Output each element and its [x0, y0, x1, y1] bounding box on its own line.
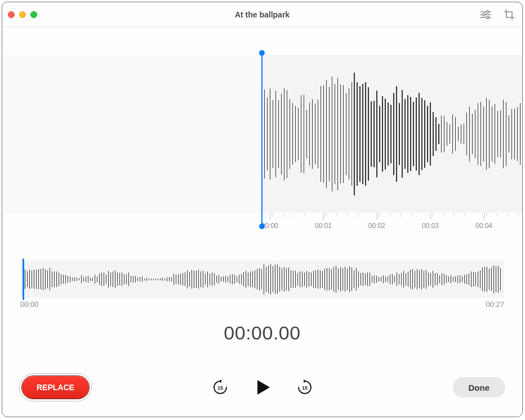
- overview-start-time: 00:00: [20, 300, 39, 309]
- svg-text:15: 15: [217, 385, 223, 391]
- main-waveform: [261, 55, 522, 213]
- svg-text:15: 15: [301, 385, 307, 391]
- overview-end-time: 00:27: [486, 300, 504, 309]
- ruler-tick: 00:02: [368, 213, 385, 230]
- svg-point-5: [487, 16, 489, 18]
- waveform-empty-region: [2, 55, 261, 213]
- minimize-window-button[interactable]: [19, 11, 26, 18]
- app-window: At the ballpark: [2, 2, 523, 417]
- close-window-button[interactable]: [8, 11, 15, 18]
- done-button[interactable]: Done: [453, 377, 506, 397]
- transport-controls: 15 15: [212, 376, 313, 399]
- titlebar: At the ballpark: [2, 2, 522, 27]
- ruler-tick: 00:04: [475, 213, 492, 230]
- overview-playhead[interactable]: [23, 258, 24, 300]
- settings-sliders-icon[interactable]: [478, 8, 493, 21]
- play-button[interactable]: [251, 376, 274, 399]
- zoom-window-button[interactable]: [30, 11, 37, 18]
- ruler-tick: 00:03: [422, 213, 439, 230]
- time-ruler: 00:0000:0100:0200:0300:040: [261, 213, 522, 238]
- ruler-tick: 00:01: [315, 213, 332, 230]
- bottom-toolbar: REPLACE 15 15: [2, 370, 522, 404]
- playhead[interactable]: [261, 53, 262, 226]
- skip-back-15-button[interactable]: 15: [212, 379, 229, 396]
- skip-forward-15-button[interactable]: 15: [296, 379, 313, 396]
- trim-crop-icon[interactable]: [502, 8, 517, 21]
- main-waveform-area[interactable]: 00:0000:0100:0200:0300:040: [2, 27, 522, 216]
- overview-waveform-area[interactable]: 00:00 00:27: [20, 261, 504, 309]
- svg-point-3: [483, 13, 485, 15]
- overview-waveform: [20, 261, 504, 298]
- title-actions: [478, 8, 517, 21]
- window-controls: [8, 11, 37, 18]
- current-time-display: 00:00.00: [2, 322, 522, 344]
- overview-times: 00:00 00:27: [20, 300, 504, 309]
- replace-button-outline: REPLACE: [19, 373, 92, 401]
- svg-point-1: [486, 10, 488, 12]
- replace-button[interactable]: REPLACE: [22, 376, 89, 399]
- recording-title: At the ballpark: [2, 10, 522, 19]
